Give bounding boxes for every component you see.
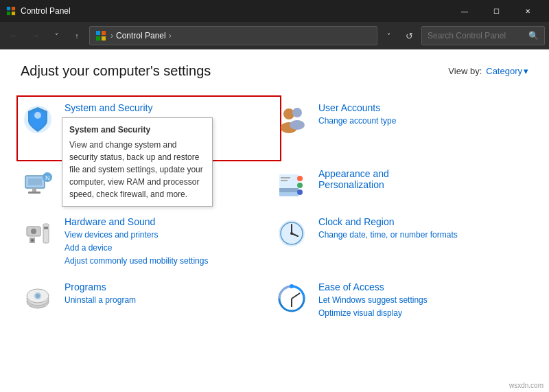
system-security-title[interactable]: System and Security <box>65 102 274 113</box>
hardware-content: Hardware and Sound View devices and prin… <box>65 216 274 268</box>
maximize-button[interactable]: ☐ <box>480 0 512 22</box>
user-accounts-icon <box>274 102 309 137</box>
category-user-accounts: User Accounts Change account type <box>274 95 528 161</box>
system-security-icon <box>21 102 55 137</box>
hardware-link-1[interactable]: View devices and printers <box>65 229 274 242</box>
hardware-link-3[interactable]: Adjust commonly used mobility settings <box>65 255 274 268</box>
category-hardware: Hardware and Sound View devices and prin… <box>21 209 274 275</box>
title-bar: Control Panel — ☐ ✕ <box>0 0 549 22</box>
view-by-button[interactable]: Category ▾ <box>486 66 528 76</box>
svg-rect-16 <box>32 188 36 192</box>
ease-link-2[interactable]: Optimize visual display <box>318 307 528 320</box>
svg-point-29 <box>31 229 36 234</box>
svg-rect-26 <box>281 177 290 178</box>
back-button[interactable]: ← <box>4 26 23 45</box>
forward-button[interactable]: → <box>26 26 45 45</box>
ease-title[interactable]: Ease of Access <box>318 281 528 292</box>
svg-point-38 <box>290 232 293 235</box>
view-by-label: View by: <box>448 66 482 76</box>
svg-rect-1 <box>12 7 15 10</box>
appearance-content: Appearance andPersonalization <box>318 168 528 192</box>
refresh-button[interactable]: ↺ <box>399 26 419 45</box>
svg-rect-21 <box>279 188 299 192</box>
clock-content: Clock and Region Change date, time, or n… <box>318 216 528 242</box>
programs-link-1[interactable]: Uninstall a program <box>65 294 274 307</box>
view-by-arrow: ▾ <box>524 66 528 76</box>
clock-title[interactable]: Clock and Region <box>318 216 528 227</box>
svg-rect-3 <box>12 12 15 15</box>
close-button[interactable]: ✕ <box>512 0 544 22</box>
categories-grid: System and Security Review your computer… <box>21 95 528 327</box>
svg-rect-31 <box>44 227 48 229</box>
programs-icon <box>21 281 55 316</box>
programs-title[interactable]: Programs <box>65 281 274 292</box>
category-clock: Clock and Region Change date, time, or n… <box>274 209 528 275</box>
title-bar-text: Control Panel <box>21 6 449 16</box>
hardware-title[interactable]: Hardware and Sound <box>65 216 274 227</box>
ease-content: Ease of Access Let Windows suggest setti… <box>318 281 528 320</box>
svg-line-46 <box>292 293 300 299</box>
address-path[interactable]: › Control Panel › <box>89 26 377 45</box>
svg-point-23 <box>297 176 303 181</box>
svg-rect-15 <box>28 178 42 185</box>
svg-point-12 <box>292 108 302 117</box>
svg-point-45 <box>290 284 294 288</box>
path-separator-end: › <box>169 31 172 41</box>
appearance-icon <box>274 168 309 203</box>
category-appearance: Appearance andPersonalization <box>274 161 528 209</box>
svg-rect-6 <box>96 36 100 41</box>
svg-point-33 <box>31 239 34 242</box>
minimize-button[interactable]: — <box>449 0 480 22</box>
search-icon: 🔍 <box>528 31 539 41</box>
svg-rect-4 <box>96 31 100 35</box>
path-dropdown-button[interactable]: ˅ <box>380 26 397 45</box>
user-accounts-link-1[interactable]: Change account type <box>318 115 528 128</box>
view-by-value: Category <box>486 66 522 76</box>
category-ease: Ease of Access Let Windows suggest setti… <box>274 275 528 327</box>
main-header: Adjust your computer's settings View by:… <box>21 63 528 79</box>
main-content: Adjust your computer's settings View by:… <box>0 49 549 392</box>
address-bar: ← → ˅ ↑ › Control Panel › ˅ ↺ 🔍 <box>0 22 549 49</box>
svg-text:N: N <box>45 174 50 181</box>
hardware-link-2[interactable]: Add a device <box>65 242 274 255</box>
programs-content: Programs Uninstall a program <box>65 281 274 307</box>
app-icon <box>5 5 16 16</box>
category-programs: Programs Uninstall a program <box>21 275 274 327</box>
svg-rect-5 <box>102 31 106 35</box>
svg-rect-0 <box>7 7 10 10</box>
appearance-title[interactable]: Appearance andPersonalization <box>318 168 528 190</box>
system-security-tooltip: System and Security View and change syst… <box>62 117 213 207</box>
svg-rect-2 <box>7 12 10 15</box>
window-controls: — ☐ ✕ <box>449 0 544 22</box>
network-icon: N <box>21 168 55 203</box>
search-box[interactable]: 🔍 <box>421 26 545 45</box>
svg-rect-7 <box>102 36 106 41</box>
svg-rect-17 <box>28 192 40 194</box>
page-title: Adjust your computer's settings <box>21 63 211 79</box>
svg-point-13 <box>290 120 305 130</box>
category-system-security: System and Security Review your computer… <box>21 95 274 161</box>
user-accounts-title[interactable]: User Accounts <box>318 102 528 113</box>
svg-point-43 <box>36 294 40 298</box>
svg-rect-27 <box>281 180 288 181</box>
user-accounts-content: User Accounts Change account type <box>318 102 528 128</box>
search-input[interactable] <box>428 31 524 41</box>
watermark: wsxdn.com <box>509 382 544 389</box>
ease-link-1[interactable]: Let Windows suggest settings <box>318 294 528 307</box>
clock-icon <box>274 216 309 251</box>
hardware-icon <box>21 216 55 251</box>
view-by: View by: Category ▾ <box>448 66 528 76</box>
svg-point-24 <box>297 183 303 188</box>
svg-point-25 <box>297 189 303 195</box>
clock-link-1[interactable]: Change date, time, or number formats <box>318 229 528 242</box>
tooltip-text: View and change system and security stat… <box>69 139 205 200</box>
svg-rect-22 <box>279 192 299 196</box>
path-icon <box>95 30 106 41</box>
ease-icon <box>274 281 309 316</box>
tooltip-title: System and Security <box>69 124 205 136</box>
path-separator: › <box>110 31 113 41</box>
history-dropdown-button[interactable]: ˅ <box>48 26 65 45</box>
path-control-panel: Control Panel <box>116 31 166 41</box>
up-button[interactable]: ↑ <box>67 26 86 45</box>
svg-point-9 <box>34 112 41 119</box>
